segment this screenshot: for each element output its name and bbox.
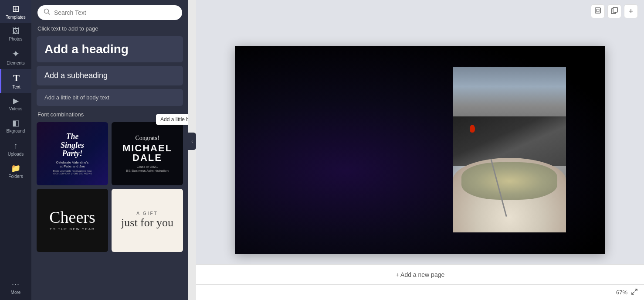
more-icon: ··· — [12, 280, 20, 288]
add-heading-button[interactable]: Add a heading — [37, 36, 183, 62]
copy-button[interactable] — [607, 4, 621, 18]
nail-accent — [470, 125, 475, 133]
svg-rect-5 — [613, 7, 617, 12]
body-label: Add a little bit of body text — [44, 94, 109, 101]
gift-script: just for you — [121, 216, 173, 229]
singles-subtitle: Celebrate Valentine'sat Pubs and Joe — [56, 160, 88, 168]
canvas-page[interactable] — [235, 46, 605, 254]
folders-icon: 📁 — [11, 164, 20, 172]
sidebar-item-videos-label: Videos — [9, 106, 22, 111]
elements-icon: ✦ — [12, 49, 20, 59]
sidebar-item-folders[interactable]: 📁 Folders — [0, 160, 31, 182]
sidebar-nav: ⊞ Templates 🖼 Photos ✦ Elements T Text ▶… — [0, 0, 31, 300]
search-icon — [44, 8, 51, 17]
expand-icon — [631, 288, 638, 295]
templates-icon: ⊞ — [12, 4, 20, 13]
subheading-label: Add a subheading — [44, 71, 108, 80]
sidebar-item-background-label: Bkground — [7, 129, 25, 133]
gift-a: A GIFT — [136, 211, 158, 216]
sidebar-item-more-label: More — [11, 290, 21, 295]
font-card-congrats[interactable]: Congrats! MICHAELDALE Class of 2021BS Bu… — [112, 122, 183, 185]
search-input[interactable] — [54, 9, 176, 16]
singles-title: TheSinglesParty! — [61, 133, 84, 158]
congrats-class: Class of 2021BS Business Administration — [126, 165, 169, 173]
svg-line-1 — [48, 13, 50, 15]
sidebar-item-uploads-label: Uploads — [8, 152, 24, 157]
copy-icon — [611, 7, 618, 16]
expand-button[interactable] — [631, 288, 638, 297]
search-bar-container — [31, 0, 188, 25]
congrats-name: MICHAELDALE — [122, 143, 172, 163]
font-combinations-label: Font combinations — [37, 111, 183, 118]
congrats-title: Congrats! — [135, 135, 159, 142]
frame-button[interactable] — [591, 4, 605, 18]
photo-inner — [453, 67, 566, 232]
heading-label: Add a heading — [44, 42, 129, 56]
frame-icon — [594, 7, 601, 16]
sidebar-item-background[interactable]: ◧ Bkground — [0, 115, 31, 137]
sidebar-item-videos[interactable]: ▶ Videos — [0, 93, 31, 115]
food-item — [461, 162, 557, 200]
sidebar-item-photos[interactable]: 🖼 Photos — [0, 23, 31, 45]
videos-icon: ▶ — [13, 97, 19, 105]
add-icon: + — [629, 7, 634, 16]
sidebar-item-text[interactable]: T Text — [0, 69, 31, 93]
sidebar-item-folders-label: Folders — [8, 174, 23, 179]
add-page-label: + Add a new page — [396, 271, 445, 278]
background-icon: ◧ — [12, 119, 20, 127]
zoom-level: 67% — [616, 289, 627, 296]
chevron-left-icon: ‹ — [191, 139, 193, 144]
sidebar-item-templates[interactable]: ⊞ Templates — [0, 0, 31, 23]
sidebar-item-elements[interactable]: ✦ Elements — [0, 45, 31, 69]
sidebar-item-uploads[interactable]: ↑ Uploads — [0, 137, 31, 160]
text-panel: Click text to add to page Add a heading … — [31, 0, 188, 300]
panel-content: Click text to add to page Add a heading … — [31, 25, 188, 300]
sidebar-item-text-label: Text — [12, 85, 20, 89]
font-card-singles[interactable]: TheSinglesParty! Celebrate Valentine'sat… — [37, 122, 108, 185]
panel-collapse-button[interactable]: ‹ — [188, 133, 196, 150]
svg-rect-2 — [595, 8, 600, 13]
singles-small: Book your table reservations now+009 100… — [53, 170, 92, 175]
page-container — [235, 46, 605, 254]
font-combinations-grid: TheSinglesParty! Celebrate Valentine'sat… — [37, 122, 183, 252]
sidebar-item-templates-label: Templates — [6, 15, 26, 20]
canvas-scroll[interactable] — [196, 0, 644, 300]
cheers-main: Cheers — [49, 210, 95, 225]
svg-rect-3 — [597, 9, 599, 12]
photos-icon: 🖼 — [12, 27, 20, 35]
add-subheading-button[interactable]: Add a subheading — [37, 66, 183, 85]
font-card-gift[interactable]: A GIFT just for you — [112, 189, 183, 252]
uploads-icon: ↑ — [14, 141, 18, 150]
sidebar-item-more[interactable]: ··· More — [0, 276, 31, 298]
click-text-label: Click text to add to page — [37, 25, 183, 32]
search-input-wrap[interactable] — [37, 5, 182, 20]
bottom-bar: 67% — [196, 284, 644, 300]
add-body-button[interactable]: Add a little bit of body text — [37, 89, 183, 106]
font-card-cheers[interactable]: Cheers TO THE NEW YEAR — [37, 189, 108, 252]
sidebar-item-elements-label: Elements — [7, 61, 25, 65]
add-page-bar[interactable]: + Add a new page — [196, 264, 644, 284]
sidebar-item-photos-label: Photos — [9, 37, 22, 41]
photo-bowl — [453, 158, 566, 232]
page-photo[interactable] — [453, 67, 566, 232]
cheers-sub: TO THE NEW YEAR — [50, 227, 95, 231]
canvas-area: + — [196, 0, 644, 300]
canvas-toolbar: + — [591, 4, 638, 18]
text-icon: T — [13, 73, 20, 83]
add-element-button[interactable]: + — [624, 4, 638, 18]
